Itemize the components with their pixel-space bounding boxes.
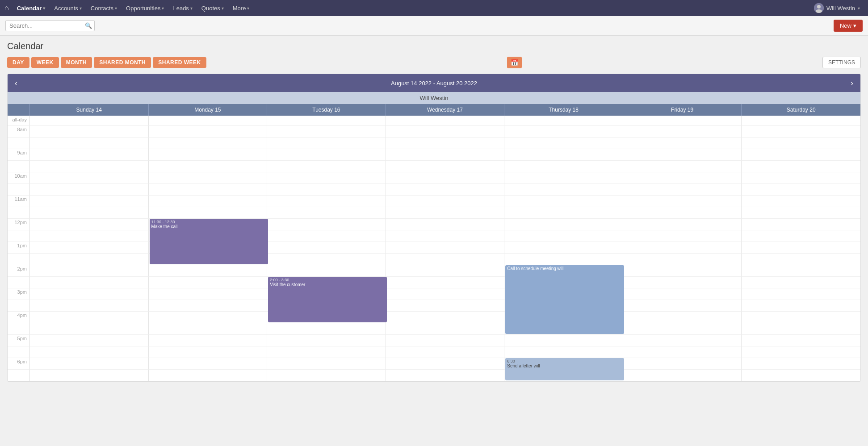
cal-cell-r13-c2[interactable] — [267, 265, 386, 277]
cal-cell-r4-c5[interactable] — [623, 161, 742, 172]
cal-cell-r19-c5[interactable] — [623, 335, 742, 346]
cal-cell-r21-c0[interactable] — [30, 358, 149, 370]
cal-cell-r5-c4[interactable] — [504, 172, 623, 184]
nav-more[interactable]: More ▾ — [229, 3, 253, 13]
cal-cell-r14-c1[interactable] — [149, 277, 268, 288]
cal-cell-r4-c6[interactable] — [742, 161, 860, 172]
cal-cell-r20-c4[interactable] — [504, 346, 623, 358]
cal-cell-r5-c0[interactable] — [30, 172, 149, 184]
cal-prev-button[interactable]: ‹ — [8, 74, 25, 92]
cal-cell-r11-c6[interactable] — [742, 242, 860, 254]
cal-cell-r7-c0[interactable] — [30, 196, 149, 207]
cal-cell-r3-c1[interactable] — [149, 149, 268, 161]
cal-cell-r4-c0[interactable] — [30, 161, 149, 172]
cal-cell-r12-c6[interactable] — [742, 254, 860, 265]
cal-cell-r3-c4[interactable] — [504, 149, 623, 161]
cal-cell-r19-c3[interactable] — [386, 335, 505, 346]
cal-cell-r8-c4[interactable] — [504, 207, 623, 219]
cal-cell-r18-c5[interactable] — [623, 323, 742, 335]
cal-cell-r5-c3[interactable] — [386, 172, 505, 184]
cal-cell-r6-c2[interactable] — [267, 184, 386, 196]
cal-cell-r8-c1[interactable] — [149, 207, 268, 219]
view-shared-week-button[interactable]: SHARED WEEK — [153, 57, 206, 68]
cal-cell-r2-c4[interactable] — [504, 138, 623, 149]
cal-cell-r11-c5[interactable] — [623, 242, 742, 254]
cal-cell-r20-c0[interactable] — [30, 346, 149, 358]
cal-cell-r13-c1[interactable] — [149, 265, 268, 277]
cal-cell-r20-c6[interactable] — [742, 346, 860, 358]
cal-cell-r22-c5[interactable] — [623, 370, 742, 381]
cal-cell-r9-c4[interactable] — [504, 219, 623, 230]
cal-cell-r6-c6[interactable] — [742, 184, 860, 196]
cal-cell-r22-c2[interactable] — [267, 370, 386, 381]
cal-cell-r19-c4[interactable] — [504, 335, 623, 346]
cal-cell-r6-c3[interactable] — [386, 184, 505, 196]
nav-quotes[interactable]: Quotes ▾ — [198, 3, 227, 13]
cal-cell-r11-c0[interactable] — [30, 242, 149, 254]
cal-cell-r7-c4[interactable] — [504, 196, 623, 207]
cal-cell-r17-c3[interactable] — [386, 312, 505, 323]
cal-cell-r21-c2[interactable] — [267, 358, 386, 370]
search-input[interactable] — [5, 20, 95, 31]
cal-cell-r2-c3[interactable] — [386, 138, 505, 149]
cal-cell-r9-c3[interactable] — [386, 219, 505, 230]
cal-cell-r6-c4[interactable] — [504, 184, 623, 196]
cal-cell-r19-c0[interactable] — [30, 335, 149, 346]
cal-cell-r14-c6[interactable] — [742, 277, 860, 288]
cal-cell-r16-c6[interactable] — [742, 300, 860, 312]
cal-cell-r15-c5[interactable] — [623, 288, 742, 300]
cal-cell-r3-c0[interactable] — [30, 149, 149, 161]
cal-cell-r12-c5[interactable] — [623, 254, 742, 265]
cal-cell-r18-c2[interactable] — [267, 323, 386, 335]
cal-cell-r5-c1[interactable] — [149, 172, 268, 184]
cal-cell-r18-c1[interactable] — [149, 323, 268, 335]
cal-cell-r5-c6[interactable] — [742, 172, 860, 184]
cal-cell-r6-c0[interactable] — [30, 184, 149, 196]
cal-cell-r13-c0[interactable] — [30, 265, 149, 277]
cal-cell-r8-c2[interactable] — [267, 207, 386, 219]
cal-cell-r2-c1[interactable] — [149, 138, 268, 149]
cal-cell-r14-c3[interactable] — [386, 277, 505, 288]
cal-cell-r0-c6[interactable] — [742, 116, 860, 126]
view-day-button[interactable]: DAY — [7, 57, 29, 68]
cal-cell-r16-c0[interactable] — [30, 300, 149, 312]
cal-cell-r17-c6[interactable] — [742, 312, 860, 323]
cal-cell-r17-c5[interactable] — [623, 312, 742, 323]
cal-cell-r22-c0[interactable] — [30, 370, 149, 381]
cal-cell-r4-c1[interactable] — [149, 161, 268, 172]
cal-cell-r7-c1[interactable] — [149, 196, 268, 207]
view-month-button[interactable]: MONTH — [61, 57, 92, 68]
cal-cell-r1-c2[interactable] — [267, 126, 386, 138]
cal-cell-r12-c3[interactable] — [386, 254, 505, 265]
cal-cell-r3-c6[interactable] — [742, 149, 860, 161]
cal-cell-r14-c5[interactable] — [623, 277, 742, 288]
cal-cell-r17-c0[interactable] — [30, 312, 149, 323]
cal-cell-r8-c0[interactable] — [30, 207, 149, 219]
cal-next-button[interactable]: › — [843, 74, 860, 92]
cal-cell-r2-c2[interactable] — [267, 138, 386, 149]
cal-cell-r8-c6[interactable] — [742, 207, 860, 219]
cal-cell-r12-c0[interactable] — [30, 254, 149, 265]
cal-cell-r9-c5[interactable] — [623, 219, 742, 230]
cal-cell-r13-c5[interactable] — [623, 265, 742, 277]
cal-cell-r19-c6[interactable] — [742, 335, 860, 346]
calendar-icon-button[interactable]: 📅 — [507, 57, 522, 68]
cal-cell-r18-c6[interactable] — [742, 323, 860, 335]
cal-cell-r19-c2[interactable] — [267, 335, 386, 346]
home-icon[interactable]: ⌂ — [4, 4, 9, 12]
cal-cell-r19-c1[interactable] — [149, 335, 268, 346]
cal-cell-r9-c0[interactable] — [30, 219, 149, 230]
cal-cell-r21-c1[interactable] — [149, 358, 268, 370]
cal-cell-r4-c4[interactable] — [504, 161, 623, 172]
cal-cell-r3-c5[interactable] — [623, 149, 742, 161]
cal-cell-r8-c5[interactable] — [623, 207, 742, 219]
cal-cell-r17-c1[interactable] — [149, 312, 268, 323]
cal-cell-r22-c6[interactable] — [742, 370, 860, 381]
cal-cell-r3-c2[interactable] — [267, 149, 386, 161]
cal-cell-r11-c2[interactable] — [267, 242, 386, 254]
cal-cell-r10-c4[interactable] — [504, 230, 623, 242]
cal-cell-r3-c3[interactable] — [386, 149, 505, 161]
cal-cell-r1-c0[interactable] — [30, 126, 149, 138]
new-button[interactable]: New ▾ — [834, 20, 863, 32]
cal-cell-r2-c0[interactable] — [30, 138, 149, 149]
